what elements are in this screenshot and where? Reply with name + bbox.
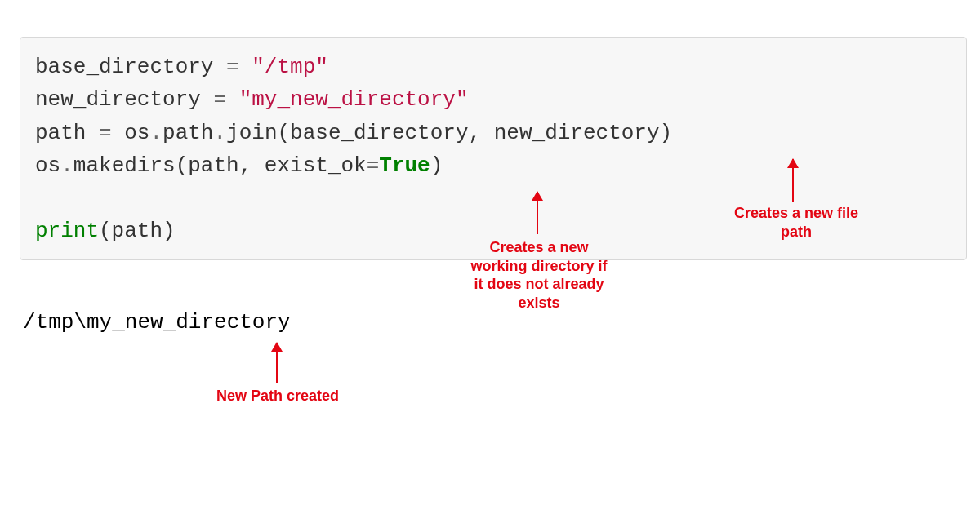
code-line-2: new_directory = "my_new_directory"	[35, 87, 469, 112]
operator: =	[213, 87, 226, 112]
code-text: os	[112, 121, 150, 145]
code-text: path	[35, 121, 99, 145]
operator: .	[149, 121, 163, 145]
annotation-makedirs: Creates a new working directory if it do…	[457, 238, 621, 312]
operator: =	[99, 121, 112, 145]
code-text: os	[35, 153, 60, 178]
code-text: base_directory	[35, 55, 226, 79]
string-literal: "my_new_directory"	[239, 87, 469, 112]
code-text	[239, 55, 252, 79]
code-line-1: base_directory = "/tmp"	[35, 55, 328, 79]
arrow-up-icon	[276, 343, 278, 383]
code-text: (path)	[99, 219, 176, 243]
annotation-join: Creates a new file path	[715, 204, 878, 241]
operator: .	[213, 121, 226, 145]
code-text: new_directory	[35, 87, 213, 112]
annotation-result: New Path created	[204, 387, 351, 405]
arrow-up-icon	[792, 159, 794, 202]
code-text: path	[163, 121, 213, 145]
code-line-6: print(path)	[35, 219, 176, 243]
code-text: join(base_directory, new_directory)	[226, 121, 672, 145]
keyword-true: True	[379, 153, 430, 178]
code-text: makedirs(path, exist_ok	[74, 153, 367, 178]
code-text: )	[430, 153, 443, 178]
code-line-4: os.makedirs(path, exist_ok=True)	[35, 153, 443, 178]
code-text	[226, 87, 239, 112]
operator: =	[367, 153, 380, 178]
string-literal: "/tmp"	[252, 55, 328, 79]
operator: =	[226, 55, 239, 79]
output-text: /tmp\my_new_directory	[23, 310, 291, 335]
builtin-print: print	[35, 219, 99, 243]
operator: .	[60, 153, 74, 178]
arrow-up-icon	[537, 192, 538, 234]
code-line-3: path = os.path.join(base_directory, new_…	[35, 121, 672, 145]
